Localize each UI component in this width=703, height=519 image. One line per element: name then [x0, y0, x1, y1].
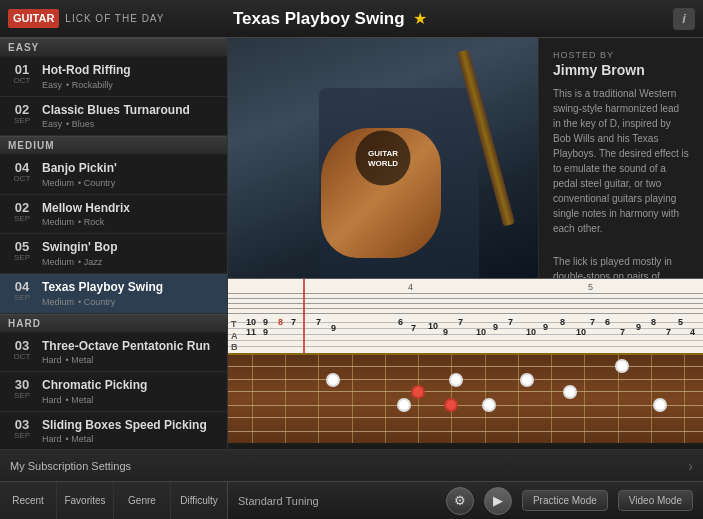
tab-genre[interactable]: Genre — [114, 482, 171, 519]
list-item[interactable]: 04OCTBanjo Pickin'Medium• Country — [0, 155, 227, 195]
chevron-right-icon: › — [688, 458, 693, 474]
fret-dot — [397, 398, 411, 412]
list-item[interactable]: 02SEPClassic Blues TurnaroundEasy• Blues — [0, 97, 227, 137]
main-content: EASY01OCTHot-Rod RiffingEasy• Rockabilly… — [0, 38, 703, 449]
video-mode-button[interactable]: Video Mode — [618, 490, 693, 511]
video-background: GUITARWORLD — [228, 38, 538, 278]
fret-dot-active — [444, 398, 458, 412]
section-header-easy: EASY — [0, 38, 227, 57]
fret-dot — [482, 398, 496, 412]
subscription-settings[interactable]: My Subscription Settings › — [0, 449, 703, 481]
list-item[interactable]: 30SEPChromatic PickingHard• Metal — [0, 372, 227, 412]
list-item[interactable]: 05SEPSwingin' BopMedium• Jazz — [0, 234, 227, 274]
playback-controls: Standard Tuning ⚙ ▶ Practice Mode Video … — [228, 487, 703, 515]
fret-dot — [615, 359, 629, 373]
list-item[interactable]: 02SEPMellow HendrixMedium• Rock — [0, 195, 227, 235]
info-panel: HOSTED BY Jimmy Brown This is a traditio… — [538, 38, 703, 278]
right-panel: GUITARWORLD HOSTED BY Jimmy Brown This i… — [228, 38, 703, 449]
fret-dot — [653, 398, 667, 412]
list-item[interactable]: 03OCTThree-Octave Pentatonic RunHard• Me… — [0, 333, 227, 373]
section-header-hard: HARD — [0, 314, 227, 333]
host-name: Jimmy Brown — [553, 62, 689, 78]
fret-dot — [326, 373, 340, 387]
description-2: The lick is played mostly in double-stop… — [553, 254, 689, 278]
video-area[interactable]: GUITARWORLD — [228, 38, 538, 278]
settings-button[interactable]: ⚙ — [446, 487, 474, 515]
info-button[interactable]: i — [673, 8, 695, 30]
top-bar: GUITAR LICK OF THE DAY Texas Playboy Swi… — [0, 0, 703, 38]
fret-dot — [563, 385, 577, 399]
fret-dot — [520, 373, 534, 387]
play-button[interactable]: ▶ — [484, 487, 512, 515]
hosted-by-label: HOSTED BY — [553, 50, 689, 60]
list-item[interactable]: 04SEPTexas Playboy SwingMedium• Country — [0, 274, 227, 314]
filter-tabs: RecentFavoritesGenreDifficulty — [0, 482, 228, 519]
subtitle: LICK OF THE DAY — [65, 13, 164, 24]
video-player: GUITARWORLD — [228, 38, 538, 278]
page-title: Texas Playboy Swing — [233, 9, 405, 29]
tab-favorites[interactable]: Favorites — [57, 482, 114, 519]
logo-overlay: GUITARWORLD — [356, 131, 411, 186]
logo-area: GUITAR LICK OF THE DAY — [8, 9, 233, 28]
section-header-medium: MEDIUM — [0, 136, 227, 155]
list-item[interactable]: 01OCTHot-Rod RiffingEasy• Rockabilly — [0, 57, 227, 97]
title-area: Texas Playboy Swing ★ i — [233, 8, 695, 30]
sidebar: EASY01OCTHot-Rod RiffingEasy• Rockabilly… — [0, 38, 228, 449]
tuning-label: Standard Tuning — [238, 495, 436, 507]
subscription-label: My Subscription Settings — [10, 460, 131, 472]
video-info-row: GUITARWORLD HOSTED BY Jimmy Brown This i… — [228, 38, 703, 278]
bottom-bar: RecentFavoritesGenreDifficulty Standard … — [0, 481, 703, 519]
description-1: This is a traditional Western swing-styl… — [553, 86, 689, 236]
measure-5: 5 — [588, 282, 593, 292]
measure-4: 4 — [408, 282, 413, 292]
fret-dot-active — [411, 385, 425, 399]
practice-mode-button[interactable]: Practice Mode — [522, 490, 608, 511]
fretboard-area — [228, 353, 703, 443]
favorite-star-icon[interactable]: ★ — [413, 9, 427, 28]
tab-recent[interactable]: Recent — [0, 482, 57, 519]
fret-dot — [449, 373, 463, 387]
notation-area: 4 5 TAB 10 11 9 9 — [228, 278, 703, 353]
list-item[interactable]: 03SEPSliding Boxes Speed PickingHard• Me… — [0, 412, 227, 449]
app-logo: GUITAR — [8, 9, 59, 28]
playhead — [303, 279, 305, 353]
tab-difficulty[interactable]: Difficulty — [171, 482, 227, 519]
